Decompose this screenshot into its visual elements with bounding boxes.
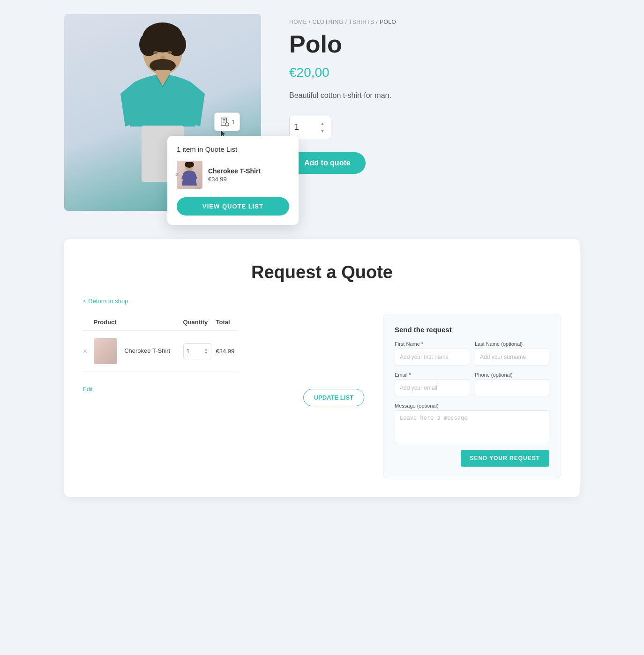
send-request-button[interactable]: SEND YOUR REQUEST: [461, 450, 549, 467]
quote-dropdown: 1 item in Quote List ×: [167, 136, 299, 225]
last-name-label: Last Name (optional): [475, 341, 549, 347]
phone-label: Phone (optional): [475, 372, 549, 378]
quantity-value: 1: [294, 122, 299, 132]
form-row-contact: Email * Phone (optional): [395, 372, 549, 396]
first-name-label: First Name *: [395, 341, 469, 347]
table-product-name: Cherokee T-Shirt: [124, 347, 170, 354]
phone-input[interactable]: [475, 380, 549, 396]
quote-section: Request a Quote < Return to shop Product…: [64, 239, 580, 497]
quantity-control: 1 ▲ ▼: [289, 116, 580, 139]
breadcrumb-sep2: /: [345, 19, 347, 25]
quote-icon-area: 1 1 1 item in Quote List ×: [214, 112, 240, 131]
product-details: HOME / CLOTHING / TSHIRTS / POLO Polo €2…: [289, 14, 580, 174]
table-header-product-label: Product: [94, 314, 183, 331]
svg-point-7: [150, 59, 176, 72]
view-quote-list-button[interactable]: VIEW QUOTE LIST: [177, 197, 289, 216]
quote-dropdown-title: 1 item in Quote List: [177, 145, 289, 153]
quote-table-section: Product Quantity Total × Cherokee T-Shir…: [83, 314, 364, 406]
product-description: Beautiful cotton t-shirt for man.: [289, 89, 580, 102]
breadcrumb-home[interactable]: HOME: [289, 19, 307, 25]
form-group-first-name: First Name *: [395, 341, 469, 365]
table-quantity-box: 1 ▲ ▼: [183, 343, 211, 359]
quote-dropdown-item: × Cherokee T-Shirt €34,99: [177, 161, 289, 189]
table-cell-qty: 1 ▲ ▼: [183, 331, 216, 372]
add-to-quote-button[interactable]: Add to quote: [289, 152, 366, 174]
message-label: Message (optional): [395, 403, 549, 409]
svg-text:1: 1: [226, 123, 228, 126]
return-to-shop-link[interactable]: < Return to shop: [83, 298, 128, 305]
quote-item-info: Cherokee T-Shirt €34,99: [208, 167, 289, 183]
table-header-product: [83, 314, 94, 331]
quote-table: Product Quantity Total × Cherokee T-Shir…: [83, 314, 238, 372]
table-header-quantity: Quantity: [183, 314, 216, 331]
table-header-total: Total: [216, 314, 238, 331]
quote-item-name: Cherokee T-Shirt: [208, 167, 289, 175]
breadcrumb-sep3: /: [376, 19, 378, 25]
form-group-email: Email *: [395, 372, 469, 396]
table-qty-down-button[interactable]: ▼: [204, 351, 208, 355]
svg-point-4: [153, 51, 158, 54]
email-label: Email *: [395, 372, 469, 378]
form-group-phone: Phone (optional): [475, 372, 549, 396]
quantity-down-button[interactable]: ▼: [319, 128, 326, 134]
breadcrumb-tshirts[interactable]: TSHIRTS: [349, 19, 374, 25]
table-row-remove-btn[interactable]: ×: [83, 347, 87, 355]
quantity-arrows: ▲ ▼: [319, 120, 326, 134]
section-title: Request a Quote: [83, 262, 561, 283]
svg-point-5: [167, 51, 172, 54]
send-request-panel: Send the request First Name * Last Name …: [383, 314, 561, 478]
update-list-button[interactable]: UPDATE LIST: [303, 389, 364, 406]
quote-item-remove-btn[interactable]: ×: [173, 171, 181, 179]
quantity-box: 1 ▲ ▼: [289, 116, 331, 139]
form-row-name: First Name * Last Name (optional): [395, 341, 549, 365]
form-group-message: Message (optional): [395, 403, 549, 445]
quote-icon-button[interactable]: 1 1: [214, 112, 240, 131]
breadcrumb-polo[interactable]: POLO: [380, 19, 396, 25]
quote-item-price: €34,99: [208, 176, 289, 183]
send-request-title: Send the request: [395, 326, 549, 334]
table-cell-product: Cherokee T-Shirt: [94, 331, 183, 372]
breadcrumb-sep1: /: [309, 19, 311, 25]
table-product-image: [94, 338, 117, 364]
quantity-up-button[interactable]: ▲: [319, 120, 326, 127]
breadcrumb-clothing[interactable]: CLOTHING: [313, 19, 344, 25]
breadcrumb: HOME / CLOTHING / TSHIRTS / POLO: [289, 19, 580, 25]
product-price: €20,00: [289, 65, 580, 80]
form-group-last-name: Last Name (optional): [475, 341, 549, 365]
last-name-input[interactable]: [475, 349, 549, 365]
quote-count-label: 1: [232, 119, 235, 126]
table-quantity-value: 1: [187, 348, 190, 355]
table-cell-remove: ×: [83, 331, 94, 372]
table-cell-total: €34,99: [216, 331, 238, 372]
table-qty-arrows: ▲ ▼: [204, 348, 208, 355]
quote-list-icon: 1: [219, 117, 230, 127]
first-name-input[interactable]: [395, 349, 469, 365]
email-input[interactable]: [395, 380, 469, 396]
product-title: Polo: [289, 31, 580, 58]
quote-item-img-svg: [179, 162, 200, 188]
message-textarea[interactable]: [395, 410, 549, 443]
quote-content-row: Product Quantity Total × Cherokee T-Shir…: [83, 314, 561, 478]
table-row: × Cherokee T-Shirt 1 ▲ ▼: [83, 331, 238, 372]
